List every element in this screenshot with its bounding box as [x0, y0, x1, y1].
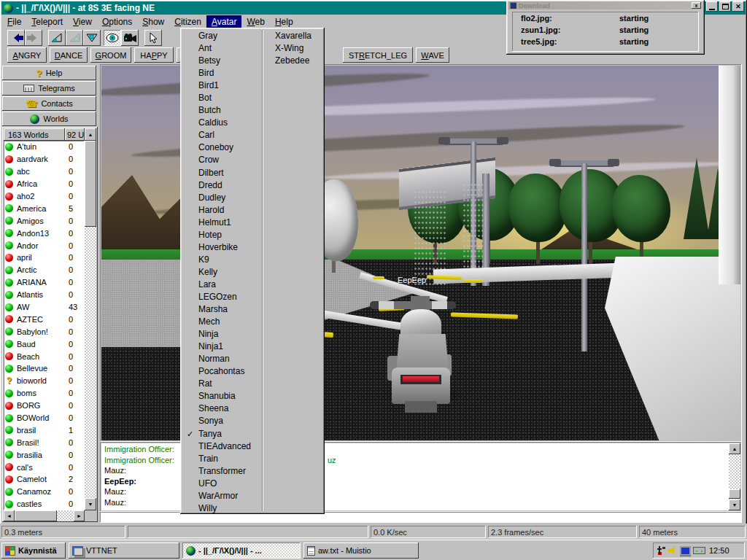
- volume-icon[interactable]: [668, 546, 678, 556]
- scroll-right-button[interactable]: ►: [74, 510, 85, 521]
- menu-item-citizen[interactable]: Citizen: [169, 15, 206, 29]
- avatar-menu-item[interactable]: Bird1: [182, 79, 262, 92]
- avatar-menu-item[interactable]: Mech: [182, 316, 262, 328]
- avatar-menu-item[interactable]: X-Wing: [263, 42, 322, 55]
- world-row[interactable]: Africa0: [4, 178, 85, 190]
- menu-item-show[interactable]: Show: [137, 15, 169, 29]
- avatar-menu-item[interactable]: Willy: [182, 502, 262, 515]
- avatar-menu-item[interactable]: Norman: [182, 353, 262, 365]
- scroll-up-button[interactable]: ▲: [729, 443, 740, 454]
- menu-item-web[interactable]: Web: [241, 15, 269, 29]
- avatar-menu-item[interactable]: Lara: [182, 279, 262, 291]
- taskbar-task[interactable]: aw.txt - Muistio: [303, 542, 419, 559]
- download-close-button[interactable]: x: [692, 2, 701, 9]
- eye-toggle-button[interactable]: [104, 30, 121, 46]
- avatar-menu-item[interactable]: Zebedee: [263, 55, 322, 67]
- avatar-menu-item[interactable]: Gray: [182, 30, 262, 42]
- world-row[interactable]: Camelot2: [4, 473, 85, 486]
- avatar-menu-item[interactable]: ✓Tanya: [182, 428, 262, 440]
- avatar-menu-item[interactable]: Transformer: [182, 465, 262, 478]
- world-row[interactable]: America5: [4, 202, 85, 214]
- scroll-down-button[interactable]: ▼: [729, 499, 740, 510]
- scroll-thumb[interactable]: [15, 510, 57, 521]
- top-view-button[interactable]: [83, 30, 101, 46]
- avatar-menu-item[interactable]: Marsha: [182, 303, 262, 316]
- world-row[interactable]: Brasil!0: [4, 436, 85, 448]
- world-row[interactable]: Andor0: [4, 239, 85, 252]
- avatar-menu-item[interactable]: Ninja1: [182, 341, 262, 353]
- scroll-up-button[interactable]: ▲: [85, 128, 96, 141]
- scroll-thumb[interactable]: [85, 141, 96, 227]
- world-row[interactable]: Atlantis0: [4, 289, 85, 301]
- world-row[interactable]: A'tuin0: [4, 141, 85, 153]
- menu-item-view[interactable]: View: [68, 15, 97, 29]
- back-button[interactable]: [7, 30, 25, 46]
- avatar-menu-item[interactable]: Sonya: [182, 415, 262, 427]
- avatar-menu-item[interactable]: Pocahontas: [182, 365, 262, 378]
- gesture-button-stretch_leg[interactable]: STRETCH_LEG: [343, 47, 413, 63]
- world-row[interactable]: ?bioworld0: [4, 375, 85, 387]
- avatar-menu-item[interactable]: Coneboy: [182, 141, 262, 154]
- avatar-menu-item[interactable]: Carl: [182, 129, 262, 141]
- users-count-header[interactable]: 92 U: [65, 128, 85, 141]
- avatar-menu-item[interactable]: LEGOzen: [182, 291, 262, 303]
- world-row[interactable]: aho20: [4, 190, 85, 203]
- taskbar-task[interactable]: VTTNET: [69, 542, 179, 559]
- avatar-menu-item[interactable]: Dilbert: [182, 167, 262, 179]
- world-row[interactable]: brasil1: [4, 424, 85, 436]
- world-row[interactable]: brasilia0: [4, 448, 85, 461]
- avatar-menu-item[interactable]: Train: [182, 453, 262, 465]
- avatar-menu-item[interactable]: Ninja: [182, 328, 262, 341]
- world-row[interactable]: april0: [4, 252, 85, 264]
- avatar-menu-item[interactable]: Hoverbike: [182, 241, 262, 254]
- pointer-mode-button[interactable]: [144, 30, 162, 46]
- gesture-button-happy[interactable]: HAPPY: [134, 47, 174, 63]
- world-row[interactable]: Baud0: [4, 338, 85, 350]
- world-row[interactable]: abc0: [4, 166, 85, 178]
- avatar-menu-item[interactable]: Bird: [182, 67, 262, 79]
- scroll-down-button[interactable]: ▼: [85, 498, 96, 510]
- world-row[interactable]: Andon130: [4, 227, 85, 239]
- world-row[interactable]: Canamoz0: [4, 486, 85, 498]
- start-button[interactable]: Käynnistä: [1, 542, 66, 559]
- worlds-count-header[interactable]: 163 Worlds: [4, 128, 65, 141]
- sidebar-button-contacts[interactable]: ☎Contacts: [2, 96, 96, 111]
- avatar-menu-item[interactable]: Sheena: [182, 402, 262, 415]
- first-person-view-button[interactable]: [48, 30, 66, 46]
- world-row[interactable]: AZTEC0: [4, 313, 85, 325]
- menu-item-teleport[interactable]: Teleport: [26, 15, 68, 29]
- avatar-menu-item[interactable]: Dredd: [182, 179, 262, 192]
- menu-item-options[interactable]: Options: [97, 15, 137, 29]
- world-row[interactable]: Amigos0: [4, 214, 85, 227]
- avatar-menu-item[interactable]: Dudley: [182, 192, 262, 204]
- world-row[interactable]: boms0: [4, 387, 85, 400]
- avatar-menu-item[interactable]: WarArmor: [182, 490, 262, 502]
- modem-icon[interactable]: [693, 547, 705, 554]
- minimize-button[interactable]: [706, 1, 718, 12]
- world-row[interactable]: Bellevue0: [4, 362, 85, 375]
- third-person-view-button[interactable]: [66, 30, 83, 46]
- avatar-menu-item[interactable]: Helmut1: [182, 217, 262, 229]
- menu-item-help[interactable]: Help: [270, 15, 298, 29]
- world-row[interactable]: Beach0: [4, 350, 85, 362]
- avatar-menu-item[interactable]: Crow: [182, 154, 262, 166]
- avatar-menu-item[interactable]: Hotep: [182, 229, 262, 241]
- avatar-menu-item[interactable]: Caldius: [182, 117, 262, 129]
- sidebar-button-help[interactable]: ?Help: [2, 66, 96, 80]
- avatar-menu-item[interactable]: TIEAdvanced: [182, 440, 262, 453]
- world-row[interactable]: BOWorld0: [4, 412, 85, 424]
- avatar-menu-item[interactable]: UFO: [182, 478, 262, 490]
- scroll-thumb[interactable]: [729, 489, 740, 499]
- world-row[interactable]: BORG0: [4, 400, 85, 412]
- scroll-left-button[interactable]: ◄: [4, 510, 15, 521]
- display-icon[interactable]: [680, 546, 691, 556]
- mixer-icon[interactable]: [657, 545, 666, 556]
- world-row[interactable]: cal's0: [4, 461, 85, 473]
- avatar-menu-item[interactable]: Butch: [182, 104, 262, 117]
- avatar-menu-item[interactable]: Bot: [182, 92, 262, 104]
- avatar-menu-item[interactable]: Shanubia: [182, 390, 262, 402]
- world-row[interactable]: aardvark0: [4, 153, 85, 166]
- world-row[interactable]: Arctic0: [4, 264, 85, 276]
- avatar-menu-item[interactable]: Betsy: [182, 55, 262, 67]
- avatar-menu-item[interactable]: Kelly: [182, 266, 262, 279]
